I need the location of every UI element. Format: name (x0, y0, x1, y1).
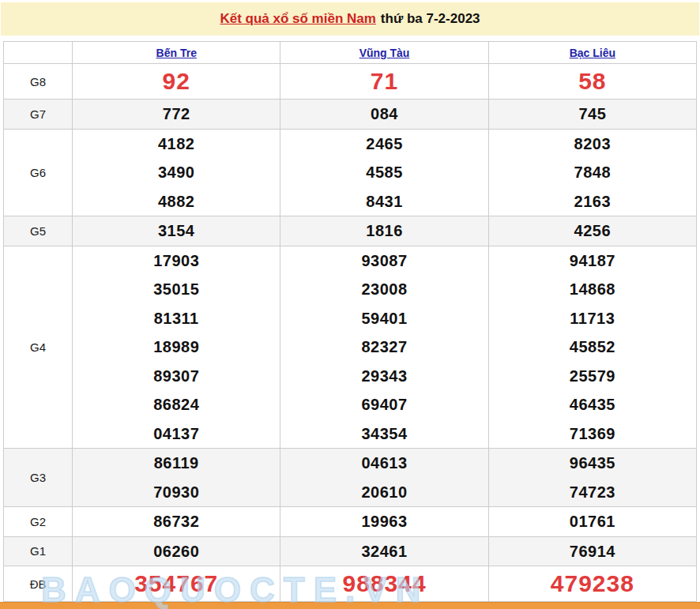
prize-cell-G2-Bến Tre: 86732 (73, 507, 280, 537)
prize-cell-G4-Bến Tre: 17903350158131118989893078682404137 (73, 246, 280, 449)
province-header-vung-tau: Vũng Tàu (280, 42, 488, 64)
prize-label: G8 (4, 64, 73, 100)
prize-cell-G6-Bến Tre: 418234904882 (73, 129, 280, 216)
province-link-bac-lieu[interactable]: Bạc Liêu (570, 47, 615, 59)
prize-label: G2 (4, 507, 73, 537)
prize-number: 96435 (489, 449, 696, 478)
prize-cell-G6-Bạc Liêu: 820378482163 (488, 129, 696, 216)
prize-row-G7: G7772084745 (4, 100, 697, 130)
prize-number: 479238 (489, 566, 696, 601)
province-link-ben-tre[interactable]: Bến Tre (156, 47, 197, 59)
prize-row-G3: G3861197093004613206109643574723 (4, 449, 697, 507)
prize-row-G2: G2867321996301761 (4, 507, 697, 537)
prize-number: 04613 (280, 449, 487, 478)
prize-row-G6: G6418234904882246545858431820378482163 (4, 129, 697, 216)
prize-number: 25579 (489, 362, 696, 391)
prize-number: 354767 (73, 566, 280, 601)
page-title: Kết quả xổ số miền Nam thứ ba 7-2-2023 (1, 2, 699, 36)
prize-number: 35015 (73, 275, 280, 304)
prize-number: 20610 (280, 478, 487, 507)
prize-number: 74723 (489, 478, 696, 507)
prize-number: 71 (280, 64, 487, 99)
prize-number: 3154 (73, 216, 280, 246)
prize-number: 23008 (280, 275, 487, 304)
prize-number: 76914 (489, 537, 696, 566)
prize-number: 92 (73, 64, 280, 99)
prize-number: 745 (489, 100, 696, 129)
prize-row-G1: G1062603246176914 (4, 536, 697, 566)
prize-cell-G5-Bến Tre: 3154 (73, 216, 280, 246)
prize-cell-G6-Vũng Tàu: 246545858431 (280, 129, 488, 216)
prize-number: 46435 (489, 390, 696, 419)
prize-number: 01761 (489, 507, 696, 536)
prize-number: 8203 (489, 130, 696, 159)
prize-number: 7848 (489, 158, 696, 187)
prize-cell-G3-Vũng Tàu: 0461320610 (280, 449, 488, 507)
prize-cell-G4-Bạc Liêu: 94187148681171345852255794643571369 (488, 246, 696, 449)
prize-cell-G7-Vũng Tàu: 084 (280, 100, 488, 130)
prize-number: 86119 (73, 449, 280, 478)
prize-number: 94187 (489, 246, 696, 276)
prize-number: 8431 (280, 187, 487, 216)
prize-number: 89307 (73, 362, 280, 391)
prize-label: G6 (4, 129, 73, 216)
prize-cell-G7-Bạc Liêu: 745 (488, 100, 696, 130)
prize-number: 2465 (280, 130, 487, 159)
province-link-vung-tau[interactable]: Vũng Tàu (359, 47, 410, 59)
prize-cell-G1-Vũng Tàu: 32461 (280, 536, 488, 566)
prize-label: G5 (4, 216, 73, 246)
prize-number: 17903 (73, 246, 280, 276)
prize-row-G8: G8927158 (4, 64, 697, 100)
prize-cell-G2-Bạc Liêu: 01761 (488, 507, 696, 537)
prize-number: 18989 (73, 333, 280, 362)
prize-row-ĐB: ĐB354767988344479238 (4, 566, 697, 602)
prize-number: 4182 (73, 130, 280, 159)
prize-label: G4 (4, 246, 73, 449)
lottery-results-page: Kết quả xổ số miền Nam thứ ba 7-2-2023 B… (0, 2, 700, 609)
draw-date: thứ ba 7-2-2023 (381, 11, 480, 27)
prize-number: 93087 (280, 246, 487, 276)
corner-cell (4, 42, 73, 64)
prize-number: 4882 (73, 187, 280, 216)
prize-number: 1816 (280, 216, 487, 246)
prize-number: 58 (489, 64, 696, 99)
prize-number: 988344 (280, 566, 487, 601)
prize-cell-ĐB-Bạc Liêu: 479238 (488, 566, 696, 602)
prize-number: 86732 (73, 507, 280, 536)
prize-cell-G7-Bến Tre: 772 (73, 100, 280, 130)
prize-number: 11713 (489, 304, 696, 333)
prize-cell-G1-Bạc Liêu: 76914 (488, 536, 696, 566)
prize-number: 59401 (280, 304, 487, 333)
prize-cell-G3-Bến Tre: 8611970930 (73, 449, 280, 507)
prize-number: 81311 (73, 304, 280, 333)
prize-cell-G4-Vũng Tàu: 93087230085940182327293436940734354 (280, 246, 488, 449)
prize-cell-ĐB-Bến Tre: 354767 (73, 566, 280, 602)
prize-number: 772 (73, 100, 280, 129)
prize-cell-G8-Bạc Liêu: 58 (488, 64, 696, 100)
prize-cell-ĐB-Vũng Tàu: 988344 (280, 566, 488, 602)
prize-row-G4: G417903350158131118989893078682404137930… (4, 246, 697, 449)
footer-bar (0, 602, 700, 609)
province-header-bac-lieu: Bạc Liêu (488, 42, 696, 64)
prize-number: 45852 (489, 333, 696, 362)
prize-number: 4256 (489, 216, 696, 246)
prize-number: 70930 (73, 478, 280, 507)
prize-label: ĐB (4, 566, 73, 602)
province-header-row: Bến Tre Vũng Tàu Bạc Liêu (4, 42, 697, 64)
prize-number: 71369 (489, 419, 696, 449)
prize-label: G3 (4, 449, 73, 507)
prize-number: 32461 (280, 537, 487, 566)
prize-cell-G2-Vũng Tàu: 19963 (280, 507, 488, 537)
prize-number: 82327 (280, 333, 487, 362)
prize-number: 14868 (489, 275, 696, 304)
prize-label: G1 (4, 536, 73, 566)
prize-cell-G8-Vũng Tàu: 71 (280, 64, 488, 100)
prize-number: 06260 (73, 537, 280, 566)
prize-number: 86824 (73, 390, 280, 419)
prize-number: 19963 (280, 507, 487, 536)
prize-number: 084 (280, 100, 487, 129)
prize-cell-G1-Bến Tre: 06260 (73, 536, 280, 566)
title-link[interactable]: Kết quả xổ số miền Nam (220, 11, 375, 27)
prize-number: 2163 (489, 187, 696, 216)
prize-number: 29343 (280, 362, 487, 391)
